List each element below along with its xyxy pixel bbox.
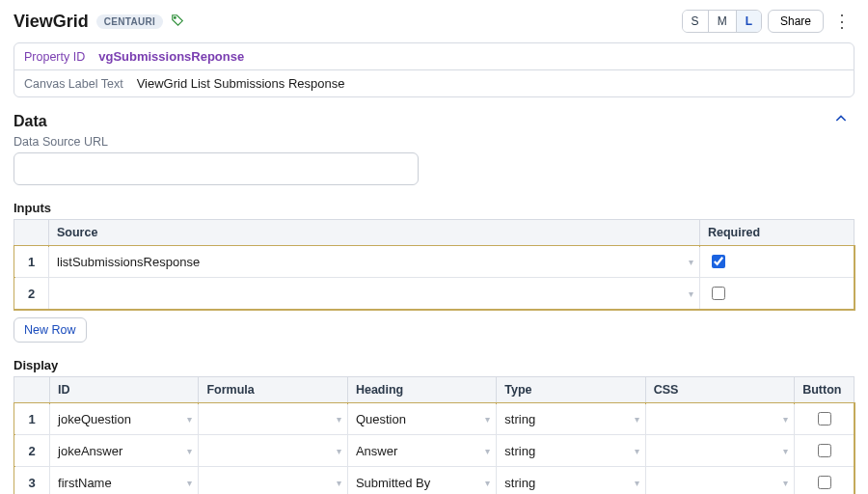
canvas-label-value: ViewGrid List Submissions Response [137, 76, 345, 91]
button-checkbox[interactable] [818, 476, 831, 489]
page-title: ViewGrid [14, 12, 89, 32]
display-formula-cell[interactable]: ▾ [199, 403, 347, 435]
chevron-down-icon[interactable]: ▾ [187, 478, 192, 488]
required-checkbox[interactable] [712, 255, 725, 268]
chevron-down-icon[interactable]: ▾ [187, 414, 192, 425]
chevron-down-icon[interactable]: ▾ [635, 414, 639, 425]
button-checkbox[interactable] [818, 412, 831, 425]
page-header: ViewGrid CENTAURI S M L Share ⋮ [14, 10, 854, 33]
display-id-cell[interactable]: jokeQuestion▾ [50, 403, 199, 435]
table-row: 2jokeAnswer▾▾Answer▾string▾▾ [14, 435, 854, 467]
display-heading-cell[interactable]: Question▾ [347, 403, 496, 435]
svg-point-0 [175, 17, 176, 19]
canvas-label-row[interactable]: Canvas Label Text ViewGrid List Submissi… [14, 69, 854, 97]
table-row: 1listSubmissionsResponse▾ [14, 246, 854, 278]
inputs-col-source: Source [49, 220, 700, 246]
table-row: 3firstName▾▾Submitted By▾string▾▾ [14, 467, 854, 495]
canvas-label-label: Canvas Label Text [24, 77, 123, 91]
display-button-cell[interactable] [795, 403, 854, 435]
display-heading-cell[interactable]: Answer▾ [347, 435, 496, 467]
display-table: ID Formula Heading Type CSS Button 1joke… [14, 376, 854, 494]
display-type-cell[interactable]: string▾ [497, 467, 645, 495]
chevron-down-icon[interactable]: ▾ [337, 446, 341, 456]
data-source-url-input[interactable] [14, 152, 419, 185]
row-number: 2 [14, 278, 49, 310]
chevron-down-icon[interactable]: ▾ [485, 446, 490, 456]
chevron-down-icon[interactable]: ▾ [187, 446, 192, 456]
row-number: 1 [14, 246, 49, 278]
display-col-num [14, 377, 50, 403]
row-number: 1 [14, 403, 50, 435]
display-col-type: Type [497, 377, 645, 403]
display-col-css: CSS [645, 377, 794, 403]
inputs-heading: Inputs [14, 201, 854, 215]
chevron-down-icon[interactable]: ▾ [635, 478, 639, 488]
button-checkbox[interactable] [818, 444, 831, 457]
display-col-formula: Formula [199, 377, 347, 403]
property-id-label: Property ID [24, 50, 85, 64]
display-formula-cell[interactable]: ▾ [199, 467, 347, 495]
chevron-down-icon[interactable]: ▾ [783, 478, 788, 488]
share-button[interactable]: Share [768, 10, 824, 33]
display-css-cell[interactable]: ▾ [645, 467, 794, 495]
inputs-col-num [14, 220, 49, 246]
properties-group: Property ID vgSubmissionsReponse Canvas … [14, 42, 854, 97]
chevron-down-icon[interactable]: ▾ [635, 446, 639, 456]
required-checkbox[interactable] [712, 287, 725, 300]
inputs-col-required: Required [700, 220, 854, 246]
display-formula-cell[interactable]: ▾ [199, 435, 347, 467]
chevron-down-icon[interactable]: ▾ [337, 478, 341, 488]
collapse-icon[interactable] [827, 111, 854, 131]
size-l-button[interactable]: L [736, 11, 761, 32]
size-m-button[interactable]: M [708, 11, 736, 32]
chevron-down-icon[interactable]: ▾ [783, 414, 788, 425]
row-number: 2 [14, 435, 50, 467]
chevron-down-icon[interactable]: ▾ [783, 446, 788, 456]
inputs-table: Source Required 1listSubmissionsResponse… [14, 219, 854, 310]
row-number: 3 [14, 467, 50, 495]
chevron-down-icon[interactable]: ▾ [485, 414, 490, 425]
chevron-down-icon[interactable]: ▾ [485, 478, 490, 488]
chevron-down-icon[interactable]: ▾ [337, 414, 341, 425]
display-col-button: Button [795, 377, 854, 403]
display-id-cell[interactable]: jokeAnswer▾ [50, 435, 199, 467]
inputs-source-cell[interactable]: ▾ [49, 278, 700, 310]
chevron-down-icon[interactable]: ▾ [689, 257, 693, 267]
data-source-url-label: Data Source URL [14, 135, 854, 149]
inputs-required-cell[interactable] [700, 278, 854, 310]
table-row: 1jokeQuestion▾▾Question▾string▾▾ [14, 403, 854, 435]
size-s-button[interactable]: S [683, 11, 708, 32]
display-heading: Display [14, 358, 854, 372]
inputs-source-cell[interactable]: listSubmissionsResponse▾ [49, 246, 700, 278]
size-toggle: S M L [682, 10, 762, 33]
more-menu-icon[interactable]: ⋮ [829, 13, 854, 30]
display-css-cell[interactable]: ▾ [645, 403, 794, 435]
display-heading-cell[interactable]: Submitted By▾ [347, 467, 496, 495]
display-type-cell[interactable]: string▾ [497, 435, 645, 467]
display-type-cell[interactable]: string▾ [497, 403, 645, 435]
display-id-cell[interactable]: firstName▾ [50, 467, 199, 495]
tag-icon[interactable] [171, 14, 184, 29]
display-button-cell[interactable] [795, 435, 854, 467]
data-section-title: Data [14, 113, 47, 130]
display-css-cell[interactable]: ▾ [645, 435, 794, 467]
table-row: 2▾ [14, 278, 854, 310]
chevron-down-icon[interactable]: ▾ [689, 288, 693, 299]
property-id-row[interactable]: Property ID vgSubmissionsReponse [14, 42, 854, 70]
display-col-heading: Heading [347, 377, 496, 403]
data-section-header: Data [14, 111, 854, 131]
display-col-id: ID [50, 377, 199, 403]
display-button-cell[interactable] [795, 467, 854, 495]
inputs-new-row-button[interactable]: New Row [14, 317, 87, 343]
inputs-required-cell[interactable] [700, 246, 854, 278]
env-badge: CENTAURI [96, 14, 163, 29]
property-id-value: vgSubmissionsReponse [98, 49, 244, 64]
